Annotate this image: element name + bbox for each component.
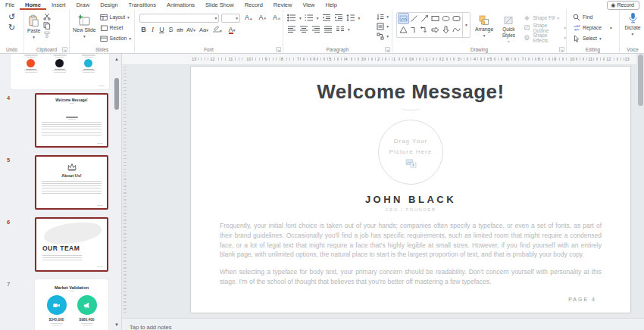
underline-button[interactable]: U	[158, 26, 166, 33]
shape-fill-button[interactable]: Shape Fill ▾	[524, 14, 566, 22]
columns-dropdown-icon[interactable]: ▾	[348, 27, 350, 32]
font-size-dropdown-icon[interactable]: ▾	[236, 16, 238, 20]
menu-record[interactable]: Record	[239, 0, 268, 10]
paragraph-dialog-launcher-icon[interactable]: ↘	[385, 47, 390, 52]
align-right-icon[interactable]	[311, 25, 320, 33]
align-left-icon[interactable]	[287, 25, 296, 33]
shape-outline-icon	[524, 24, 530, 31]
font-color-button[interactable]: A▾	[225, 26, 239, 34]
elbow-connector-shape-icon[interactable]	[409, 25, 419, 35]
person-role[interactable]: CEO / FOUNDER	[191, 207, 630, 212]
thumbnail-slide-6[interactable]: OUR TEAM	[35, 217, 108, 272]
align-text-button[interactable]: ▾	[377, 22, 389, 30]
thumb-scroll-down-icon[interactable]: ▼	[114, 322, 119, 327]
dictate-button[interactable]: Dictate ▾	[620, 10, 644, 36]
menu-slide-show[interactable]: Slide Show	[200, 0, 239, 10]
picture-placeholder-circle[interactable]: Drag Your Picture Here	[378, 120, 443, 185]
menu-review[interactable]: Review	[268, 0, 298, 10]
menu-animations[interactable]: Animations	[161, 0, 200, 10]
menu-design[interactable]: Design	[95, 0, 123, 10]
columns-icon[interactable]	[336, 25, 345, 33]
replace-button[interactable]: Replace ▾	[573, 23, 619, 32]
drawing-dialog-launcher-icon[interactable]: ↘	[559, 47, 564, 52]
copy-icon[interactable]	[43, 22, 51, 30]
bullets-icon[interactable]	[287, 14, 296, 22]
menu-view[interactable]: View	[297, 0, 320, 10]
menu-transitions[interactable]: Transitions	[123, 0, 161, 10]
record-button[interactable]: ◉ Record	[607, 1, 639, 10]
font-name-combobox[interactable]: ▾	[139, 14, 219, 23]
find-button[interactable]: Find	[573, 13, 619, 21]
bullets-dropdown-icon[interactable]: ▾	[299, 16, 302, 20]
increase-indent-icon[interactable]	[334, 14, 343, 22]
font-dialog-launcher-icon[interactable]: ↘	[276, 47, 281, 52]
font-name-dropdown-icon[interactable]: ▾	[214, 16, 217, 20]
menu-draw[interactable]: Draw	[71, 0, 95, 10]
character-spacing-button[interactable]: AV▾	[185, 26, 197, 33]
body-paragraph-1[interactable]: Frequently, your initial font choice is …	[220, 221, 602, 260]
menu-insert[interactable]: Insert	[46, 0, 71, 10]
body-paragraph-2[interactable]: When selecting a typeface for body text,…	[220, 267, 602, 287]
picture-placeholder-shape-icon[interactable]	[399, 14, 408, 23]
convert-to-smartart-button[interactable]: ▾	[377, 32, 389, 40]
thumb-scrollbar[interactable]	[114, 78, 119, 110]
italic-button[interactable]: I	[148, 26, 157, 33]
undo-icon[interactable]: ↺	[0, 13, 23, 21]
menu-file[interactable]: File	[0, 0, 20, 10]
shapes-gallery-more-button[interactable]: ▾	[462, 13, 470, 37]
cut-icon[interactable]	[43, 13, 51, 20]
notes-bar[interactable]: Tap to add notes	[122, 318, 644, 330]
slide-title[interactable]: Welcome Message!	[191, 80, 630, 104]
freeform-shape-icon[interactable]	[452, 25, 461, 35]
select-button[interactable]: Select ▾	[573, 34, 619, 42]
thumbnail-slide-7[interactable]: Market Validation $345,000	[35, 279, 108, 330]
decrease-indent-icon[interactable]	[322, 14, 331, 22]
change-case-button[interactable]: Aa▾	[198, 26, 210, 33]
thumbnail-slide-3[interactable]	[11, 53, 109, 89]
page-indicator[interactable]: PAGE 4	[568, 297, 596, 302]
thumbnail-slide-5[interactable]: About Us!	[35, 155, 108, 210]
strikethrough-button[interactable]: ab	[176, 26, 184, 33]
clipboard-dialog-launcher-icon[interactable]: ↘	[62, 47, 67, 52]
thumb-scroll-up-icon[interactable]: ▲	[114, 57, 119, 61]
line-arrow-shape-icon[interactable]	[420, 14, 430, 23]
reset-button[interactable]: Reset	[100, 23, 131, 32]
thumbnail-slide-4[interactable]: Welcome Message!	[35, 93, 108, 148]
elbow-arrow-connector-shape-icon[interactable]	[420, 25, 430, 35]
format-painter-icon[interactable]	[43, 31, 51, 39]
menu-home[interactable]: Home	[20, 0, 46, 10]
line-shape-icon[interactable]	[409, 14, 419, 23]
right-arrow-shape-icon[interactable]	[430, 25, 440, 35]
numbering-dropdown-icon[interactable]: ▾	[317, 16, 319, 20]
menu-help[interactable]: Help	[320, 0, 342, 10]
shape-outline-button[interactable]: Shape Outline ▾	[524, 23, 566, 32]
bold-button[interactable]: B	[139, 26, 148, 33]
section-button[interactable]: Section ▾	[100, 34, 131, 42]
rounded-rectangle-shape-icon[interactable]	[452, 14, 461, 23]
increase-font-size-button[interactable]: A ▴	[242, 13, 255, 23]
layout-button[interactable]: Layout ▾	[100, 13, 131, 21]
line-spacing-dropdown-icon[interactable]: ▾	[358, 16, 361, 20]
triangle-shape-icon[interactable]	[399, 25, 408, 35]
clear-formatting-button[interactable]: A ⌀	[270, 13, 283, 23]
shadow-button[interactable]: S	[167, 26, 175, 33]
oval-shape-icon[interactable]	[441, 14, 451, 23]
rectangle-shape-icon[interactable]	[430, 14, 440, 23]
numbering-icon[interactable]	[305, 14, 314, 22]
slide-canvas[interactable]: Welcome Message! Drag Your Picture Here	[191, 67, 630, 313]
paste-dropdown-icon[interactable]: ▾	[33, 35, 35, 39]
redo-icon[interactable]: ↻	[0, 23, 23, 32]
justify-icon[interactable]	[324, 25, 333, 33]
shape-effects-button[interactable]: Shape Effects ▾	[524, 33, 566, 42]
decrease-font-size-button[interactable]: A ▾	[256, 13, 268, 23]
text-highlight-button[interactable]: ▾	[211, 25, 224, 34]
insert-picture-icon[interactable]	[405, 159, 417, 168]
text-direction-button[interactable]: ▾	[377, 12, 389, 20]
line-spacing-icon[interactable]	[346, 14, 355, 22]
font-size-combobox[interactable]: ▾	[221, 14, 240, 23]
main-scrollbar[interactable]	[638, 54, 643, 106]
down-arrow-shape-icon[interactable]	[441, 25, 451, 35]
align-center-icon[interactable]	[299, 25, 308, 33]
new-slide-dropdown-icon[interactable]: ▾	[83, 34, 86, 39]
person-name[interactable]: JOHN BLACK	[191, 194, 630, 205]
